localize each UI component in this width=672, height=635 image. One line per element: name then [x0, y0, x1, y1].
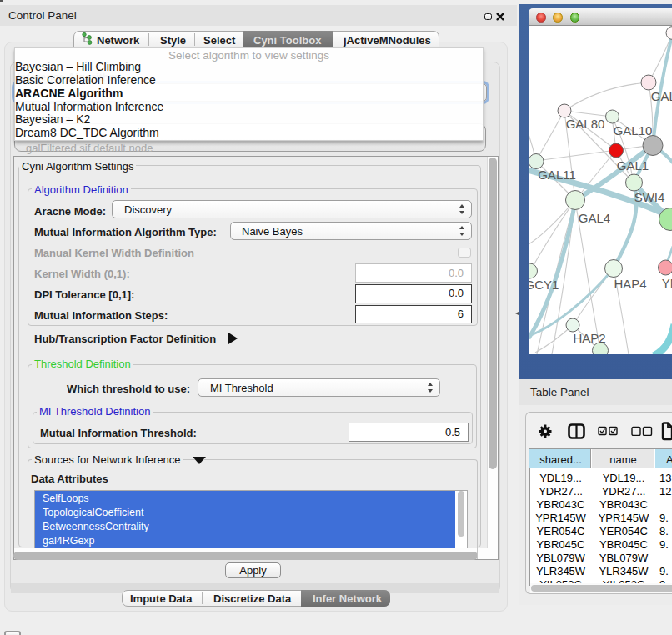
svg-text:GAL1: GAL1: [617, 158, 649, 172]
svg-text:GAL11: GAL11: [538, 168, 576, 182]
svg-text:SWI4: SWI4: [634, 190, 665, 204]
svg-text:YM: YM: [662, 276, 672, 290]
svg-text:GAL2: GAL2: [651, 89, 672, 103]
svg-text:GCY1: GCY1: [529, 278, 559, 292]
svg-text:GAL10: GAL10: [614, 123, 653, 138]
svg-text:GAL4: GAL4: [579, 211, 610, 225]
svg-text:HAP4: HAP4: [614, 277, 646, 291]
svg-text:GAL80: GAL80: [566, 117, 605, 131]
svg-text:HAP2: HAP2: [573, 331, 605, 345]
